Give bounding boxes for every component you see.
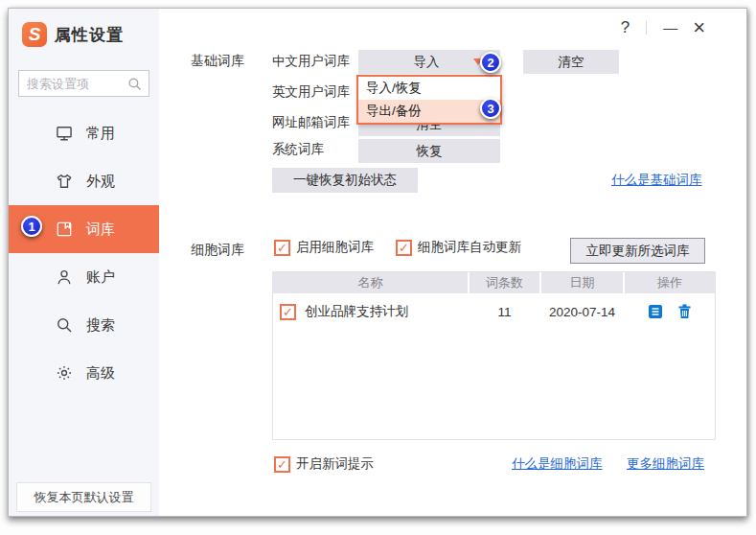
- cell-section-title: 细胞词库: [191, 242, 244, 259]
- app-header: S 属性设置: [22, 22, 124, 47]
- settings-search-input[interactable]: [27, 77, 126, 91]
- english-user-dict-label: 英文用户词库: [272, 83, 350, 101]
- column-header-date: 日期: [541, 272, 623, 293]
- enable-cell-dict-label: 启用细胞词库: [296, 239, 374, 256]
- new-word-tip-label: 开启新词提示: [296, 455, 374, 473]
- search-icon: [126, 76, 143, 92]
- sidebar-item-label: 外观: [86, 173, 115, 191]
- restore-system-dict-button[interactable]: 恢复: [358, 139, 500, 163]
- new-word-tip-checkbox[interactable]: [274, 456, 290, 473]
- one-click-restore-button[interactable]: 一键恢复初始状态: [272, 168, 418, 193]
- sogou-logo-icon: S: [22, 22, 47, 47]
- auto-update-cell-dict-checkbox[interactable]: [396, 240, 412, 256]
- dict-name-cell: 创业品牌支持计划: [305, 303, 408, 320]
- update-selected-dicts-button[interactable]: 立即更新所选词库: [570, 238, 705, 264]
- cell-dict-table: 名称 词条数 日期 操作 创业品牌支持计划 11 2020-07-14: [272, 271, 716, 440]
- system-dict-label: 系统词库: [272, 141, 324, 158]
- import-button-label: 导入: [358, 54, 473, 71]
- annotation-badge-2: 2: [480, 52, 501, 73]
- sidebar-item-common[interactable]: 常用: [9, 109, 159, 157]
- dict-count-cell: 11: [470, 305, 539, 319]
- sidebar-nav: 常用 外观 词库 账户: [9, 109, 159, 397]
- sidebar-item-label: 常用: [86, 125, 115, 143]
- delete-dict-icon[interactable]: [677, 304, 692, 319]
- dict-details-icon[interactable]: [648, 304, 663, 319]
- menu-item-import-restore[interactable]: 导入/恢复: [358, 77, 500, 100]
- annotation-badge-1: 1: [21, 216, 42, 237]
- restore-page-defaults-button[interactable]: 恢复本页默认设置: [16, 482, 151, 512]
- dict-date-cell: 2020-07-14: [541, 305, 623, 319]
- shirt-icon: [55, 172, 74, 191]
- import-split-button[interactable]: 导入: [358, 50, 500, 74]
- help-button[interactable]: ?: [621, 16, 630, 39]
- annotation-badge-3: 3: [480, 98, 501, 119]
- menu-item-export-backup[interactable]: 导出/备份: [358, 100, 500, 123]
- settings-search-box[interactable]: [18, 70, 149, 97]
- sidebar-item-label: 词库: [86, 221, 115, 239]
- clear-chinese-dict-button[interactable]: 清空: [523, 50, 619, 74]
- user-icon: [55, 268, 74, 287]
- import-export-dropdown-menu: 导入/恢复 导出/备份: [356, 75, 502, 125]
- enable-cell-dict-checkbox[interactable]: [274, 240, 290, 256]
- sidebar-item-search[interactable]: 搜索: [9, 301, 159, 349]
- sidebar-item-label: 高级: [86, 364, 115, 383]
- sidebar-item-label: 搜索: [86, 316, 115, 335]
- app-title: 属性设置: [55, 24, 124, 46]
- what-is-cell-dict-link[interactable]: 什么是细胞词库: [512, 455, 603, 473]
- close-button[interactable]: ×: [693, 16, 705, 39]
- sidebar-item-label: 账户: [86, 268, 115, 287]
- settings-window: ? — × S 属性设置 常用: [8, 8, 747, 517]
- more-cell-dicts-link[interactable]: 更多细胞词库: [627, 455, 704, 473]
- minimize-button[interactable]: —: [663, 16, 676, 39]
- basic-section-title: 基础词库: [191, 53, 244, 70]
- gear-icon: [55, 363, 74, 383]
- titlebar-divider: [646, 21, 647, 35]
- dictionary-icon: [55, 220, 74, 239]
- titlebar-controls: ? — ×: [621, 16, 705, 39]
- row-select-checkbox[interactable]: [280, 304, 296, 320]
- auto-update-cell-dict-label: 细胞词库自动更新: [418, 239, 521, 256]
- what-is-basic-dict-link[interactable]: 什么是基础词库: [611, 172, 702, 189]
- search-icon: [55, 315, 74, 335]
- sidebar-item-advanced[interactable]: 高级: [9, 349, 159, 397]
- dictionary-panel: 基础词库 中文用户词库 英文用户词库 网址邮箱词库 系统词库 导入 清空 清空 …: [159, 9, 746, 516]
- sidebar-item-appearance[interactable]: 外观: [9, 157, 159, 205]
- column-header-ops: 操作: [625, 272, 715, 293]
- sidebar-item-account[interactable]: 账户: [9, 253, 159, 301]
- table-header-row: 名称 词条数 日期 操作: [273, 272, 715, 293]
- column-header-count: 词条数: [470, 272, 539, 293]
- table-row: 创业品牌支持计划 11 2020-07-14: [273, 301, 715, 322]
- url-email-dict-label: 网址邮箱词库: [272, 114, 350, 131]
- sidebar: S 属性设置 常用 外观: [9, 9, 159, 516]
- chinese-user-dict-label: 中文用户词库: [272, 53, 350, 70]
- column-header-name: 名称: [273, 272, 468, 293]
- monitor-icon: [55, 124, 74, 143]
